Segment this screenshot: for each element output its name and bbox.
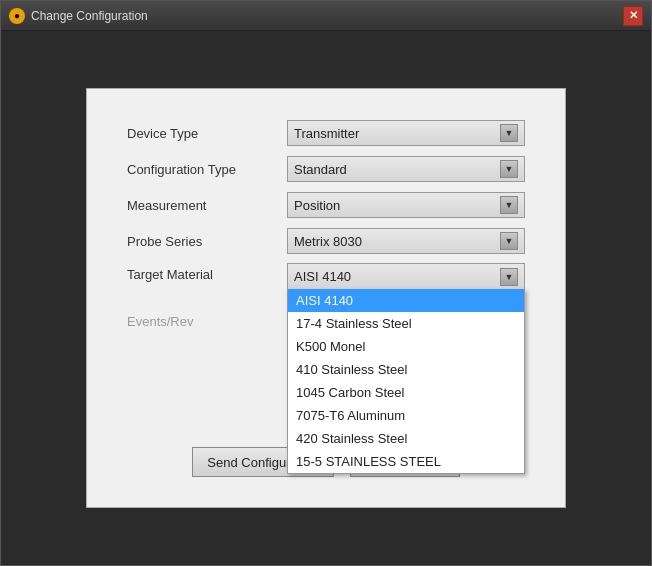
dropdown-item-155ss[interactable]: 15-5 STAINLESS STEEL (288, 450, 524, 473)
dropdown-item-7075al[interactable]: 7075-T6 Aluminum (288, 404, 524, 427)
target-material-dropdown: AISI 4140 17-4 Stainless Steel K500 Mone… (287, 289, 525, 474)
label-events-rev: Events/Rev (127, 314, 287, 329)
label-probe-series: Probe Series (127, 234, 287, 249)
control-target-material: AISI 4140 ▼ AISI 4140 17-4 Stainless Ste… (287, 263, 525, 289)
form-row-measurement: Measurement Position ▼ (127, 191, 525, 219)
form-row-probe-series: Probe Series Metrix 8030 ▼ (127, 227, 525, 255)
select-configuration-type-value: Standard (294, 162, 347, 177)
dropdown-item-aisi4140[interactable]: AISI 4140 (288, 289, 524, 312)
label-device-type: Device Type (127, 126, 287, 141)
select-measurement-value: Position (294, 198, 340, 213)
main-window: ● Change Configuration ✕ Device Type Tra… (0, 0, 652, 566)
select-device-type[interactable]: Transmitter ▼ (287, 120, 525, 146)
form-rows: Device Type Transmitter ▼ Configuration … (127, 119, 525, 417)
window-content: Device Type Transmitter ▼ Configuration … (1, 31, 651, 565)
control-measurement: Position ▼ (287, 192, 525, 218)
dropdown-item-k500monel[interactable]: K500 Monel (288, 335, 524, 358)
select-probe-series[interactable]: Metrix 8030 ▼ (287, 228, 525, 254)
title-bar-left: ● Change Configuration (9, 8, 148, 24)
select-configuration-type-arrow: ▼ (500, 160, 518, 178)
dropdown-item-174ss[interactable]: 17-4 Stainless Steel (288, 312, 524, 335)
label-configuration-type: Configuration Type (127, 162, 287, 177)
select-device-type-arrow: ▼ (500, 124, 518, 142)
select-probe-series-value: Metrix 8030 (294, 234, 362, 249)
control-configuration-type: Standard ▼ (287, 156, 525, 182)
dialog-panel: Device Type Transmitter ▼ Configuration … (86, 88, 566, 508)
dropdown-item-1045cs[interactable]: 1045 Carbon Steel (288, 381, 524, 404)
form-row-target-material: Target Material AISI 4140 ▼ AISI 4140 17… (127, 263, 525, 291)
close-button[interactable]: ✕ (623, 6, 643, 26)
title-bar: ● Change Configuration ✕ (1, 1, 651, 31)
window-icon: ● (9, 8, 25, 24)
select-measurement-arrow: ▼ (500, 196, 518, 214)
select-target-material-value: AISI 4140 (294, 269, 351, 284)
label-measurement: Measurement (127, 198, 287, 213)
select-measurement[interactable]: Position ▼ (287, 192, 525, 218)
form-row-device-type: Device Type Transmitter ▼ (127, 119, 525, 147)
select-probe-series-arrow: ▼ (500, 232, 518, 250)
window-title: Change Configuration (31, 9, 148, 23)
control-probe-series: Metrix 8030 ▼ (287, 228, 525, 254)
label-target-material: Target Material (127, 263, 287, 282)
select-target-material-arrow: ▼ (500, 268, 518, 286)
select-configuration-type[interactable]: Standard ▼ (287, 156, 525, 182)
dropdown-item-410ss[interactable]: 410 Stainless Steel (288, 358, 524, 381)
select-target-material[interactable]: AISI 4140 ▼ (287, 263, 525, 289)
form-row-configuration-type: Configuration Type Standard ▼ (127, 155, 525, 183)
dropdown-item-420ss[interactable]: 420 Stainless Steel (288, 427, 524, 450)
select-device-type-value: Transmitter (294, 126, 359, 141)
control-device-type: Transmitter ▼ (287, 120, 525, 146)
